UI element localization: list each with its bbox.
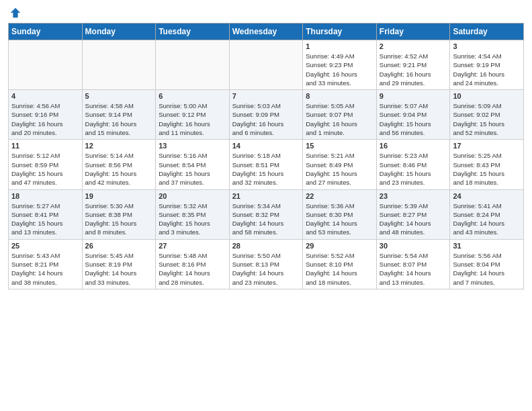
calendar-cell xyxy=(9,40,83,90)
calendar-cell xyxy=(82,40,156,90)
day-number: 13 xyxy=(159,142,226,150)
calendar-cell: 25Sunrise: 5:43 AMSunset: 8:21 PMDayligh… xyxy=(9,239,83,289)
calendar-cell: 12Sunrise: 5:14 AMSunset: 8:56 PMDayligh… xyxy=(82,140,156,189)
day-info: Sunrise: 5:32 AMSunset: 8:35 PMDaylight:… xyxy=(159,201,226,237)
calendar-cell: 27Sunrise: 5:48 AMSunset: 8:16 PMDayligh… xyxy=(156,239,230,289)
day-number: 8 xyxy=(306,92,373,100)
calendar-cell: 28Sunrise: 5:50 AMSunset: 8:13 PMDayligh… xyxy=(229,239,303,289)
day-number: 26 xyxy=(85,242,153,250)
calendar-cell: 23Sunrise: 5:39 AMSunset: 8:27 PMDayligh… xyxy=(376,189,450,239)
weekday-header-monday: Monday xyxy=(82,24,156,40)
calendar-cell: 4Sunrise: 4:56 AMSunset: 9:16 PMDaylight… xyxy=(9,90,83,140)
day-info: Sunrise: 5:16 AMSunset: 8:54 PMDaylight:… xyxy=(159,151,226,187)
weekday-header-wednesday: Wednesday xyxy=(229,24,303,40)
day-number: 16 xyxy=(380,142,447,150)
calendar: SundayMondayTuesdayWednesdayThursdayFrid… xyxy=(8,23,524,289)
weekday-header-saturday: Saturday xyxy=(450,24,524,40)
day-info: Sunrise: 5:48 AMSunset: 8:16 PMDaylight:… xyxy=(159,251,226,287)
calendar-cell: 10Sunrise: 5:09 AMSunset: 9:02 PMDayligh… xyxy=(450,90,524,140)
week-row-3: 11Sunrise: 5:12 AMSunset: 8:59 PMDayligh… xyxy=(9,140,524,189)
calendar-cell: 11Sunrise: 5:12 AMSunset: 8:59 PMDayligh… xyxy=(9,140,83,189)
calendar-cell: 26Sunrise: 5:45 AMSunset: 8:19 PMDayligh… xyxy=(82,239,156,289)
day-number: 2 xyxy=(380,42,447,50)
day-number: 7 xyxy=(232,92,300,100)
day-number: 21 xyxy=(232,192,300,200)
week-row-5: 25Sunrise: 5:43 AMSunset: 8:21 PMDayligh… xyxy=(9,239,524,289)
calendar-cell: 16Sunrise: 5:23 AMSunset: 8:46 PMDayligh… xyxy=(376,140,450,189)
calendar-cell: 3Sunrise: 4:54 AMSunset: 9:19 PMDaylight… xyxy=(450,40,524,90)
day-number: 9 xyxy=(380,92,447,100)
svg-marker-0 xyxy=(11,8,20,17)
calendar-cell: 18Sunrise: 5:27 AMSunset: 8:41 PMDayligh… xyxy=(9,189,83,239)
day-info: Sunrise: 5:45 AMSunset: 8:19 PMDaylight:… xyxy=(85,251,153,287)
calendar-cell: 2Sunrise: 4:52 AMSunset: 9:21 PMDaylight… xyxy=(376,40,450,90)
calendar-cell: 31Sunrise: 5:56 AMSunset: 8:04 PMDayligh… xyxy=(450,239,524,289)
calendar-cell: 29Sunrise: 5:52 AMSunset: 8:10 PMDayligh… xyxy=(303,239,377,289)
calendar-cell: 7Sunrise: 5:03 AMSunset: 9:09 PMDaylight… xyxy=(229,90,303,140)
day-info: Sunrise: 5:30 AMSunset: 8:38 PMDaylight:… xyxy=(85,201,153,237)
day-number: 24 xyxy=(453,192,521,200)
weekday-header-tuesday: Tuesday xyxy=(156,24,230,40)
day-info: Sunrise: 5:18 AMSunset: 8:51 PMDaylight:… xyxy=(232,151,300,187)
day-number: 29 xyxy=(306,242,373,250)
calendar-cell: 13Sunrise: 5:16 AMSunset: 8:54 PMDayligh… xyxy=(156,140,230,189)
day-number: 5 xyxy=(85,92,153,100)
day-info: Sunrise: 5:36 AMSunset: 8:30 PMDaylight:… xyxy=(306,201,373,237)
day-info: Sunrise: 5:50 AMSunset: 8:13 PMDaylight:… xyxy=(232,251,300,287)
calendar-cell: 8Sunrise: 5:05 AMSunset: 9:07 PMDaylight… xyxy=(303,90,377,140)
calendar-cell: 9Sunrise: 5:07 AMSunset: 9:04 PMDaylight… xyxy=(376,90,450,140)
page: SundayMondayTuesdayWednesdayThursdayFrid… xyxy=(0,0,532,411)
day-number: 22 xyxy=(306,192,373,200)
calendar-cell: 30Sunrise: 5:54 AMSunset: 8:07 PMDayligh… xyxy=(376,239,450,289)
day-info: Sunrise: 5:52 AMSunset: 8:10 PMDaylight:… xyxy=(306,251,373,287)
day-number: 30 xyxy=(380,242,447,250)
week-row-4: 18Sunrise: 5:27 AMSunset: 8:41 PMDayligh… xyxy=(9,189,524,239)
day-info: Sunrise: 5:27 AMSunset: 8:41 PMDaylight:… xyxy=(11,201,79,237)
calendar-cell: 21Sunrise: 5:34 AMSunset: 8:32 PMDayligh… xyxy=(229,189,303,239)
calendar-cell xyxy=(156,40,230,90)
day-number: 17 xyxy=(453,142,521,150)
weekday-header-row: SundayMondayTuesdayWednesdayThursdayFrid… xyxy=(9,24,524,40)
weekday-header-thursday: Thursday xyxy=(303,24,377,40)
day-number: 19 xyxy=(85,192,153,200)
day-number: 27 xyxy=(159,242,226,250)
day-number: 11 xyxy=(11,142,79,150)
day-number: 18 xyxy=(11,192,79,200)
day-number: 31 xyxy=(453,242,521,250)
weekday-header-friday: Friday xyxy=(376,24,450,40)
day-number: 28 xyxy=(232,242,300,250)
day-info: Sunrise: 5:07 AMSunset: 9:04 PMDaylight:… xyxy=(380,101,447,137)
day-info: Sunrise: 5:34 AMSunset: 8:32 PMDaylight:… xyxy=(232,201,300,237)
calendar-cell xyxy=(229,40,303,90)
day-number: 3 xyxy=(453,42,521,50)
day-number: 12 xyxy=(85,142,153,150)
day-number: 23 xyxy=(380,192,447,200)
day-info: Sunrise: 5:39 AMSunset: 8:27 PMDaylight:… xyxy=(380,201,447,237)
day-info: Sunrise: 5:23 AMSunset: 8:46 PMDaylight:… xyxy=(380,151,447,187)
day-info: Sunrise: 5:03 AMSunset: 9:09 PMDaylight:… xyxy=(232,101,300,137)
day-info: Sunrise: 4:49 AMSunset: 9:23 PMDaylight:… xyxy=(306,52,373,87)
day-info: Sunrise: 5:05 AMSunset: 9:07 PMDaylight:… xyxy=(306,101,373,137)
calendar-cell: 5Sunrise: 4:58 AMSunset: 9:14 PMDaylight… xyxy=(82,90,156,140)
day-info: Sunrise: 5:43 AMSunset: 8:21 PMDaylight:… xyxy=(11,251,79,287)
day-info: Sunrise: 5:41 AMSunset: 8:24 PMDaylight:… xyxy=(453,201,521,237)
calendar-cell: 14Sunrise: 5:18 AMSunset: 8:51 PMDayligh… xyxy=(229,140,303,189)
day-number: 25 xyxy=(11,242,79,250)
day-info: Sunrise: 4:58 AMSunset: 9:14 PMDaylight:… xyxy=(85,101,153,137)
week-row-2: 4Sunrise: 4:56 AMSunset: 9:16 PMDaylight… xyxy=(9,90,524,140)
calendar-cell: 22Sunrise: 5:36 AMSunset: 8:30 PMDayligh… xyxy=(303,189,377,239)
day-info: Sunrise: 5:14 AMSunset: 8:56 PMDaylight:… xyxy=(85,151,153,187)
day-info: Sunrise: 5:54 AMSunset: 8:07 PMDaylight:… xyxy=(380,251,447,287)
weekday-header-sunday: Sunday xyxy=(9,24,83,40)
calendar-cell: 24Sunrise: 5:41 AMSunset: 8:24 PMDayligh… xyxy=(450,189,524,239)
day-info: Sunrise: 5:56 AMSunset: 8:04 PMDaylight:… xyxy=(453,251,521,287)
day-number: 6 xyxy=(159,92,226,100)
day-number: 10 xyxy=(453,92,521,100)
day-info: Sunrise: 5:09 AMSunset: 9:02 PMDaylight:… xyxy=(453,101,521,137)
calendar-cell: 6Sunrise: 5:00 AMSunset: 9:12 PMDaylight… xyxy=(156,90,230,140)
day-info: Sunrise: 4:52 AMSunset: 9:21 PMDaylight:… xyxy=(380,52,447,87)
day-number: 1 xyxy=(306,42,373,50)
calendar-cell: 1Sunrise: 4:49 AMSunset: 9:23 PMDaylight… xyxy=(303,40,377,90)
calendar-cell: 20Sunrise: 5:32 AMSunset: 8:35 PMDayligh… xyxy=(156,189,230,239)
day-info: Sunrise: 5:25 AMSunset: 8:43 PMDaylight:… xyxy=(453,151,521,187)
